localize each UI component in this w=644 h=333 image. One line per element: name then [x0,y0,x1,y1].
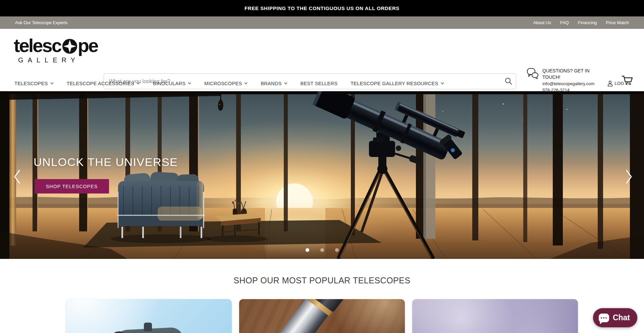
nav-item-telescope-accessories[interactable]: TELESCOPE ACCESSORIES [67,81,140,86]
person-icon [607,80,613,87]
nav-item-telescopes[interactable]: TELESCOPES [14,81,54,86]
chevron-right-icon [625,169,633,184]
product-card-binoculars-sky[interactable] [66,299,232,333]
nav-item-binoculars[interactable]: BINOCULARS [153,81,191,86]
logo-star-icon [62,39,77,54]
carousel-dot-3[interactable] [335,248,339,252]
nav-item-brands[interactable]: BRANDS [261,81,287,86]
shop-telescopes-button[interactable]: SHOP TELESCOPES [35,179,109,193]
nav-item-best-sellers[interactable]: BEST SELLERS [301,81,338,86]
chevron-down-icon [441,82,444,85]
product-cards [0,299,644,333]
chevron-down-icon [137,82,140,85]
login-button[interactable]: LOG IN [607,80,630,87]
login-label: LOG IN [614,81,630,86]
carousel-dot-2[interactable] [320,248,324,252]
logo[interactable]: telesc pe GALLERY [14,36,98,64]
nav-item-label: MICROSCOPES [204,81,242,86]
popular-section: SHOP OUR MOST POPULAR TELESCOPES [0,259,644,333]
ask-experts-link[interactable]: Ask Our Telescope Experts [15,20,68,25]
header: telesc pe GALLERY QUESTIONS? GET IN TOUC… [0,29,644,75]
chevron-down-icon [284,82,287,85]
chat-widget-button[interactable]: Chat [593,308,637,327]
logo-text-end: pe [78,36,98,55]
hero-image [0,91,644,259]
hero-headline: UNLOCK THE UNIVERSE [34,156,178,169]
main-nav: TELESCOPES TELESCOPE ACCESSORIES BINOCUL… [0,75,644,91]
chevron-left-icon [13,169,21,184]
chat-label: Chat [613,313,630,322]
carousel-dots [0,248,644,252]
hero-carousel: UNLOCK THE UNIVERSE SHOP TELESCOPES [0,91,644,259]
utility-link-financing[interactable]: Financing [578,20,597,25]
utility-link-about-us[interactable]: About Us [533,20,551,25]
utility-links: About Us FAQ Financing Price Match [533,20,629,25]
nav-item-label: TELESCOPE ACCESSORIES [67,81,134,86]
silver-telescope-art [261,299,344,333]
chat-bubble-icon [599,314,609,322]
nav-item-label: TELESCOPE GALLERY RESOURCES [351,81,438,86]
binoculars-knob-art [144,323,152,331]
announcement-text: FREE SHIPPING TO THE CONTIGUOUS US ON AL… [245,5,399,11]
nav-item-microscopes[interactable]: MICROSCOPES [204,81,248,86]
chevron-down-icon [188,82,191,85]
chevron-down-icon [244,82,248,85]
utility-link-faq[interactable]: FAQ [560,20,569,25]
chevron-down-icon [50,82,54,85]
nav-item-resources[interactable]: TELESCOPE GALLERY RESOURCES [351,81,444,86]
popular-section-title: SHOP OUR MOST POPULAR TELESCOPES [0,259,644,285]
carousel-dot-1[interactable] [306,248,309,252]
utility-bar: Ask Our Telescope Experts About Us FAQ F… [0,16,644,29]
nav-item-label: BINOCULARS [153,81,185,86]
nav-item-label: BRANDS [261,81,281,86]
carousel-prev-button[interactable] [11,168,23,187]
utility-link-price-match[interactable]: Price Match [606,20,629,25]
product-card-telescope-wood[interactable] [239,299,405,333]
logo-text-start: telesc [14,36,61,55]
carousel-next-button[interactable] [623,168,635,187]
logo-subtitle: GALLERY [18,56,98,64]
product-card-telescope-purple[interactable] [412,299,578,333]
nav-item-label: BEST SELLERS [301,81,338,86]
announcement-bar: FREE SHIPPING TO THE CONTIGUOUS US ON AL… [0,0,644,16]
nav-item-label: TELESCOPES [14,81,48,86]
logo-wordmark: telesc pe [14,36,98,55]
